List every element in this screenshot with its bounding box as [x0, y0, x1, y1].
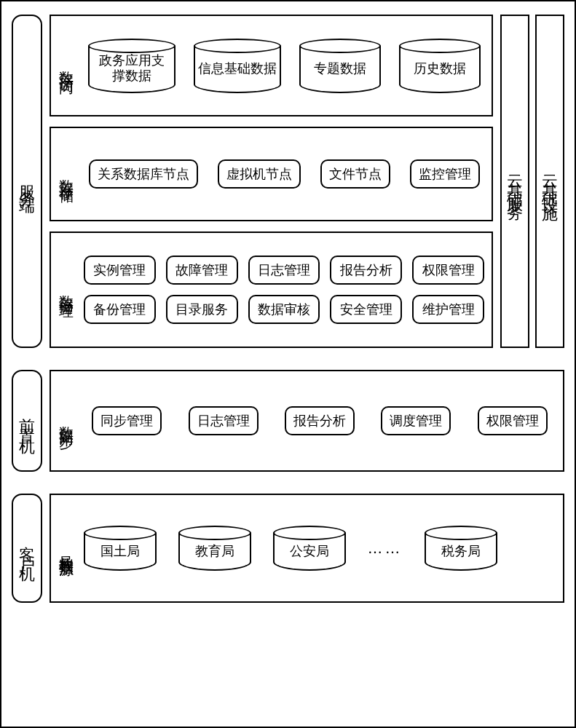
- cylinder-gov-app-support: 政务应用支 撑数据: [88, 39, 175, 93]
- chip-sched-mgmt: 调度管理: [381, 406, 451, 435]
- chip-monitor-mgmt: 监控管理: [410, 159, 480, 189]
- chip-maint-mgmt: 维护管理: [412, 295, 484, 324]
- cylinder-tax-bureau: 税务局: [425, 526, 497, 571]
- chip-fault-mgmt: 故障管理: [166, 256, 238, 285]
- tier-label-front: 前置机: [12, 370, 42, 472]
- data-sync-items: 同步管理 日志管理 报告分析 调度管理 权限管理: [84, 406, 556, 435]
- cylinder-public-security: 公安局: [273, 526, 346, 571]
- cylinder-info-basic: 信息基础数据: [194, 39, 281, 93]
- data-mgmt-grid: 实例管理 故障管理 日志管理 报告分析 权限管理 备份管理 目录服务 数据审核 …: [84, 256, 484, 324]
- chip-file-node: 文件节点: [320, 159, 390, 189]
- panel-label-data-storage: 数据存储: [58, 138, 74, 210]
- chip-rel-db-node: 关系数据库节点: [89, 159, 198, 189]
- cylinder-history: 历史数据: [399, 39, 481, 93]
- client-sources: 国土局 教育局 公安局 …… 税务局: [84, 526, 556, 571]
- panel-label-data-sync: 数据同步: [58, 384, 74, 457]
- chip-vm-node: 虚拟机节点: [218, 159, 301, 189]
- panel-label-data-mgmt: 数据管理: [58, 253, 74, 326]
- panel-hetero-sources: 异构数据源 国土局 教育局 公安局 ……: [50, 494, 564, 603]
- chip-sync-mgmt: 同步管理: [92, 406, 162, 435]
- tier-server: 服务端 数据访问 政务应用支 撑数据 信息基础数据 专题数据: [12, 15, 564, 348]
- tier-label-server: 服务端: [12, 15, 42, 348]
- ellipsis-icon: ……: [368, 540, 403, 557]
- chip-security-mgmt: 安全管理: [330, 295, 402, 324]
- data-storage-items: 关系数据库节点 虚拟机节点 文件节点 监控管理: [84, 159, 484, 189]
- cylinder-land-bureau: 国土局: [84, 526, 157, 571]
- panel-data-mgmt: 数据管理 实例管理 故障管理 日志管理 报告分析 权限管理 备份管理 目录服务 …: [50, 232, 493, 348]
- server-panels: 数据访问 政务应用支 撑数据 信息基础数据 专题数据: [50, 15, 493, 348]
- chip-report-2: 报告分析: [285, 406, 355, 435]
- data-access-items: 政务应用支 撑数据 信息基础数据 专题数据 历史数据: [84, 39, 484, 93]
- panel-data-storage: 数据存储 关系数据库节点 虚拟机节点 文件节点 监控管理: [50, 127, 493, 221]
- tier-front: 前置机 数据同步 同步管理 日志管理 报告分析 调度管理 权限管理: [12, 370, 564, 472]
- cylinder-edu-bureau: 教育局: [178, 526, 251, 571]
- chip-log-mgmt-2: 日志管理: [189, 406, 259, 435]
- architecture-diagram: 服务端 数据访问 政务应用支 撑数据 信息基础数据 专题数据: [0, 0, 576, 728]
- chip-auth-mgmt: 权限管理: [412, 256, 484, 285]
- panel-label-hetero: 异构数据源: [58, 512, 74, 585]
- chip-catalog-svc: 目录服务: [166, 295, 238, 324]
- panel-data-sync: 数据同步 同步管理 日志管理 报告分析 调度管理 权限管理: [50, 370, 564, 472]
- chip-auth-mgmt-2: 权限管理: [478, 406, 548, 435]
- tier-label-client: 客户机: [12, 494, 42, 603]
- side-cloud-basic-services: 云基础服务: [500, 15, 529, 348]
- tier-client: 客户机 异构数据源 国土局 教育局 公安局: [12, 494, 564, 603]
- chip-log-mgmt: 日志管理: [248, 256, 320, 285]
- server-side-columns: 云基础服务 云基础设施: [500, 15, 564, 348]
- chip-data-audit: 数据审核: [248, 295, 320, 324]
- client-body: 异构数据源 国土局 教育局 公安局 ……: [50, 494, 564, 603]
- cylinder-topic: 专题数据: [299, 39, 381, 93]
- front-body: 数据同步 同步管理 日志管理 报告分析 调度管理 权限管理: [50, 370, 564, 472]
- panel-label-data-access: 数据访问: [58, 29, 74, 102]
- chip-report-analysis: 报告分析: [330, 256, 402, 285]
- side-cloud-infra: 云基础设施: [535, 15, 564, 348]
- chip-backup-mgmt: 备份管理: [84, 295, 156, 324]
- chip-instance-mgmt: 实例管理: [84, 256, 156, 285]
- panel-data-access: 数据访问 政务应用支 撑数据 信息基础数据 专题数据: [50, 15, 493, 116]
